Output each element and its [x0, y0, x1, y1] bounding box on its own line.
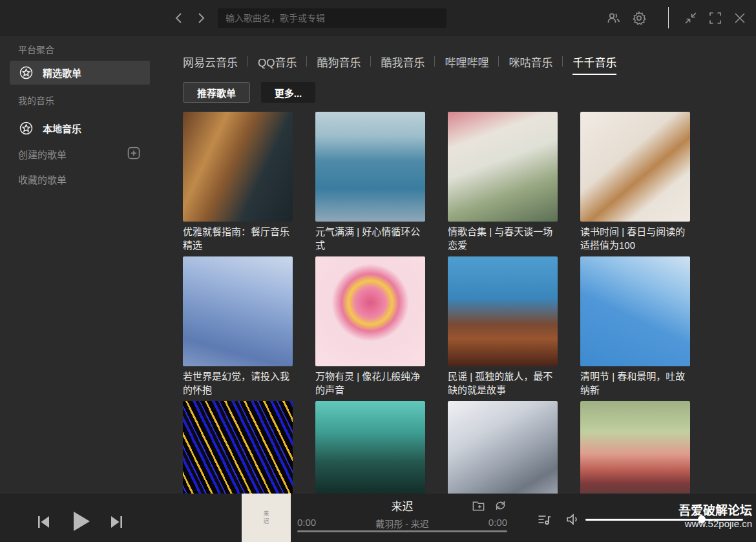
- volume-slider[interactable]: [585, 519, 743, 521]
- playlist-card[interactable]: [183, 401, 293, 494]
- previous-track-icon[interactable]: [35, 514, 52, 530]
- back-icon[interactable]: [172, 11, 186, 25]
- playlist-title: 民谣 | 孤独的旅人，最不缺的就是故事: [448, 366, 558, 397]
- star-badge-icon: [19, 66, 33, 79]
- watermark: 吾爱破解论坛 www.52pojie.cn: [678, 501, 752, 529]
- tab-kuwo[interactable]: 酷我音乐: [381, 54, 425, 74]
- playlist-cover-cafe-interior[interactable]: [183, 112, 293, 222]
- tab-migu[interactable]: 咪咕音乐: [509, 54, 552, 74]
- next-track-icon[interactable]: [109, 514, 125, 530]
- more-button[interactable]: 更多...: [261, 82, 315, 103]
- playlist-card[interactable]: 若世界是幻觉，请投入我的怀抱: [183, 256, 293, 401]
- album-art[interactable]: 来迟: [242, 494, 291, 542]
- playlist-title: 读书时间 | 春日与阅读的适搭值为100: [580, 222, 690, 252]
- song-artist: 戴羽彤 - 来迟: [323, 517, 481, 530]
- playlist-card[interactable]: 万物有灵 | 像花儿般纯净的声音: [315, 256, 425, 401]
- minimize-icon[interactable]: [683, 10, 698, 26]
- platform-tabs: 网易云音乐 QQ音乐 酷狗音乐 酷我音乐 哔哩哔哩 咪咕音乐 千千音乐: [183, 54, 616, 75]
- album-art-text: 来迟: [262, 510, 271, 526]
- users-icon[interactable]: [606, 10, 622, 26]
- playlist-cover-neon-light-lines[interactable]: [183, 401, 293, 494]
- topbar-divider: [668, 7, 669, 28]
- sidebar-item-label: 本地音乐: [43, 121, 81, 135]
- playlist-card[interactable]: 民谣 | 孤独的旅人，最不缺的就是故事: [448, 256, 558, 401]
- player-bar: 来迟 0:00 来迟 戴羽彤 - 来迟 0:00: [0, 494, 756, 542]
- tab-separator: [247, 56, 248, 67]
- playlist-cover-qingming-blossom[interactable]: [580, 256, 690, 366]
- play-icon[interactable]: [68, 509, 93, 534]
- volume-slider-knob[interactable]: [698, 516, 706, 523]
- volume-icon[interactable]: [565, 512, 580, 527]
- playlist-title: 优雅就餐指南：餐厅音乐精选: [183, 222, 293, 252]
- playlist-title: 万物有灵 | 像花儿般纯净的声音: [315, 366, 425, 397]
- tab-separator: [562, 56, 563, 67]
- recommend-playlists-button[interactable]: 推荐歌单: [183, 82, 250, 103]
- elapsed-time: 0:00: [297, 517, 316, 528]
- tab-separator: [306, 56, 307, 67]
- playlist-cover-flower-heart-hands[interactable]: [315, 256, 425, 366]
- playlist-title: 若世界是幻觉，请投入我的怀抱: [183, 366, 293, 397]
- playlist-cover-white-dress-garden[interactable]: [448, 112, 558, 222]
- sidebar-item-featured-playlists[interactable]: 精选歌单: [10, 61, 150, 85]
- now-playing-info: 来迟 戴羽彤 - 来迟: [323, 497, 481, 530]
- sidebar-item-label: 精选歌单: [43, 66, 81, 79]
- sidebar: 平台聚合 精选歌单 我的音乐 本地音乐 创建的歌单 收藏的歌单: [0, 36, 165, 494]
- tab-kugou[interactable]: 酷狗音乐: [317, 54, 361, 74]
- forward-icon[interactable]: [194, 11, 208, 25]
- fullscreen-icon[interactable]: [708, 10, 723, 26]
- playlist-cover-sky-whale-illustration[interactable]: [183, 256, 293, 366]
- tab-qq[interactable]: QQ音乐: [258, 54, 297, 74]
- tab-separator: [370, 56, 371, 67]
- loop-mode-icon[interactable]: [494, 499, 507, 512]
- playlist-card[interactable]: 清明节 | 春和景明，吐故纳新: [580, 256, 690, 401]
- song-progress-bar[interactable]: [297, 530, 507, 532]
- tab-qianqian-active[interactable]: 千千音乐: [572, 54, 616, 75]
- playlist-cover-book-and-coffee[interactable]: [580, 112, 690, 222]
- top-bar: [0, 0, 756, 36]
- playlist-title: 元气满满 | 好心情循环公式: [315, 222, 425, 252]
- close-icon[interactable]: [732, 10, 748, 26]
- star-badge-icon: [19, 121, 33, 135]
- play-queue-icon[interactable]: [536, 512, 552, 527]
- playlist-title: 情歌合集 | 与春天谈一场恋爱: [448, 222, 558, 252]
- sidebar-item-created-playlists[interactable]: 创建的歌单: [18, 147, 67, 161]
- sidebar-item-favorite-playlists[interactable]: 收藏的歌单: [18, 172, 67, 186]
- song-title: 来迟: [323, 497, 481, 514]
- sidebar-item-local-music[interactable]: 本地音乐: [10, 116, 150, 140]
- playlist-card[interactable]: [580, 401, 690, 494]
- playlist-cover-bottle-toast-sky[interactable]: [448, 256, 558, 366]
- add-playlist-icon[interactable]: [127, 147, 140, 160]
- tab-separator: [498, 56, 499, 67]
- sidebar-section-my-music: 我的音乐: [18, 94, 54, 107]
- filter-row: 推荐歌单 更多...: [183, 82, 315, 103]
- playlist-card[interactable]: [315, 401, 425, 494]
- playlist-title: 清明节 | 春和景明，吐故纳新: [580, 366, 690, 397]
- playlist-cover-night-street-couple[interactable]: [315, 401, 425, 494]
- playlist-card[interactable]: 元气满满 | 好心情循环公式: [315, 112, 425, 256]
- add-to-playlist-icon[interactable]: [472, 499, 485, 512]
- sidebar-section-platform: 平台聚合: [18, 43, 54, 56]
- playlist-card[interactable]: [448, 401, 558, 494]
- tab-netease[interactable]: 网易云音乐: [183, 54, 238, 74]
- tab-bilibili[interactable]: 哔哩哔哩: [445, 54, 488, 74]
- playlist-card[interactable]: 情歌合集 | 与春天谈一场恋爱: [448, 112, 558, 256]
- playlist-cover-anime-boy-birds[interactable]: [448, 401, 558, 494]
- playlist-grid: 优雅就餐指南：餐厅音乐精选 元气满满 | 好心情循环公式 情歌合集 | 与春天谈…: [183, 112, 690, 494]
- watermark-line1: 吾爱破解论坛: [678, 501, 752, 518]
- playlist-card[interactable]: 读书时间 | 春日与阅读的适搭值为100: [580, 112, 690, 256]
- tab-separator: [434, 56, 435, 67]
- playlist-card[interactable]: 优雅就餐指南：餐厅音乐精选: [183, 112, 293, 256]
- search-input[interactable]: [218, 8, 446, 28]
- playlist-cover-flower-market[interactable]: [580, 401, 690, 494]
- total-time: 0:00: [478, 517, 507, 528]
- playlist-cover-girl-by-sea[interactable]: [315, 112, 425, 222]
- settings-gear-icon[interactable]: [631, 10, 647, 26]
